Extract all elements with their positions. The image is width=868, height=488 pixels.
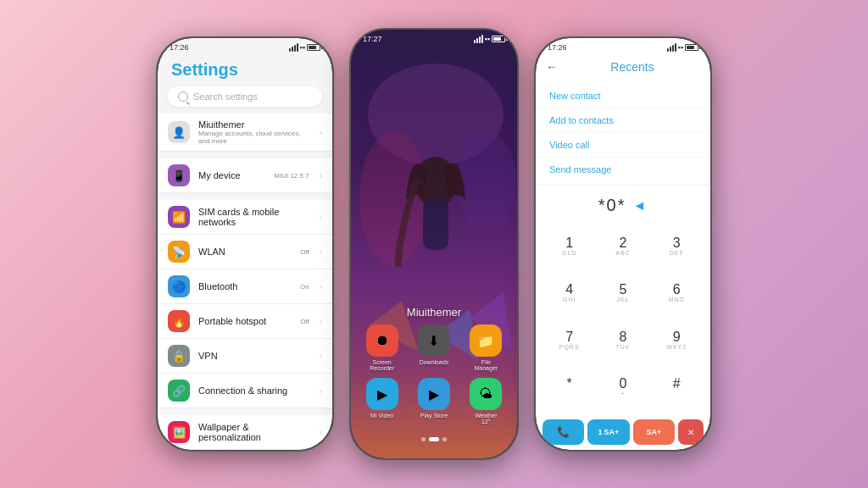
dial-sub-6: MNO <box>669 297 685 304</box>
wallpaper-name: Wallpaper & personalization <box>198 422 311 442</box>
settings-item-wallpaper[interactable]: 🖼️ Wallpaper & personalization › <box>158 415 332 450</box>
miuithemer-name: Miuithemer <box>198 119 311 130</box>
power-button[interactable] <box>349 114 350 148</box>
connection-text: Connection & sharing <box>198 385 311 396</box>
dial-sub-2: ABC <box>615 250 630 258</box>
back-button[interactable]: ← <box>546 60 558 74</box>
mydevice-name: My device <box>198 170 265 180</box>
app-play-store[interactable]: ▶ Play Store <box>411 378 456 424</box>
chevron-icon: › <box>320 386 322 396</box>
dial-num-5: 5 <box>620 283 627 297</box>
play-store-icon: ▶ <box>418 378 450 410</box>
vol-down-button[interactable] <box>711 138 712 164</box>
dial-num-3: 3 <box>673 236 681 250</box>
downloads-label: Downloads <box>420 359 449 365</box>
svg-rect-4 <box>423 199 448 250</box>
dial-key-star[interactable]: * <box>542 364 596 411</box>
dial-num-hash: # <box>673 377 681 391</box>
sa-button[interactable]: 1 SA+ <box>587 419 629 445</box>
recent-video-call[interactable]: Video call <box>536 133 710 158</box>
vol-down-button[interactable] <box>518 130 519 155</box>
power-button[interactable] <box>156 123 157 157</box>
app-mi-video[interactable]: ▶ Mi Video <box>359 378 404 424</box>
chevron-icon: › <box>320 352 322 361</box>
battery-icon <box>307 44 320 51</box>
wallpaper-icon: 🖼️ <box>168 421 190 443</box>
dial-num-2: 2 <box>620 236 627 250</box>
dial-num-1: 1 <box>565 236 573 250</box>
dial-key-hash[interactable]: # <box>650 364 704 411</box>
dial-sub-7: PQRS <box>559 344 580 352</box>
settings-item-connection[interactable]: 🔗 Connection & sharing › <box>158 374 332 408</box>
status-time: 17:26 <box>548 43 567 52</box>
dial-sub-5: JKL <box>616 297 629 304</box>
backspace-button[interactable]: ◄ <box>632 198 648 214</box>
app-grid: ⏺ ScreenRecorder ⬇ Downloads 📁 FileManag… <box>351 324 517 424</box>
vol-up-button[interactable] <box>518 97 519 123</box>
play-store-label: Play Store <box>420 413 448 419</box>
hotspot-text: Portable hotspot <box>198 316 292 326</box>
dial-sub-3: DEF <box>670 250 684 258</box>
app-screen-recorder[interactable]: ⏺ ScreenRecorder <box>359 324 404 371</box>
settings-item-wlan[interactable]: 📡 WLAN Off › <box>158 235 332 269</box>
recent-send-message[interactable]: Send message <box>536 158 710 181</box>
settings-item-vpn[interactable]: 🔒 VPN › <box>158 339 332 374</box>
mydevice-icon: 📱 <box>168 164 190 186</box>
search-bar[interactable]: Search settings <box>168 86 322 107</box>
vol-up-button[interactable] <box>333 106 334 131</box>
phone-settings: 17:26 ▪▪ Settings Search <box>156 36 334 452</box>
settings-item-hotspot[interactable]: 🔥 Portable hotspot Off › <box>158 304 332 339</box>
dial-key-3[interactable]: 3 DEF <box>650 224 704 270</box>
recent-new-contact[interactable]: New contact <box>536 84 710 108</box>
app-files[interactable]: 📁 FileManager <box>464 324 509 371</box>
power-button[interactable] <box>534 123 535 157</box>
bluetooth-icon: 🔵 <box>168 275 190 297</box>
settings-item-mydevice[interactable]: 📱 My device MIUI 12.5.7 › <box>158 158 332 193</box>
mydevice-text: My device <box>198 170 265 180</box>
app-downloads[interactable]: ⬇ Downloads <box>411 324 456 371</box>
dial-key-5[interactable]: 5 JKL <box>596 270 649 317</box>
call-button[interactable]: 📞 <box>542 419 584 445</box>
weather-label: Weather12° <box>475 413 497 424</box>
weather-icon: 🌤 <box>470 378 502 410</box>
dial-key-7[interactable]: 7 PQRS <box>542 318 596 364</box>
dial-num-7: 7 <box>565 330 573 344</box>
vol-down-button[interactable] <box>333 138 334 164</box>
delete-button[interactable]: ✕ <box>678 419 704 445</box>
page-dots <box>351 437 517 441</box>
dial-key-8[interactable]: 8 TUV <box>596 318 649 364</box>
vpn-text: VPN <box>198 351 311 361</box>
dial-key-1[interactable]: 1 GLD <box>542 224 596 270</box>
svg-point-1 <box>359 131 427 267</box>
sa-label: 1 <box>598 428 603 436</box>
dialer-number: *0* <box>598 196 626 215</box>
wlan-name: WLAN <box>198 247 292 257</box>
dial-key-6[interactable]: 6 MNO <box>650 270 704 317</box>
signal-icon <box>474 35 483 43</box>
app-weather[interactable]: 🌤 Weather12° <box>464 378 509 424</box>
settings-item-sim[interactable]: 📶 SIM cards & mobile networks › <box>158 200 332 235</box>
recent-add-contacts[interactable]: Add to contacts <box>536 108 710 133</box>
connection-icon: 🔗 <box>168 380 190 402</box>
battery-icon <box>685 44 698 51</box>
settings-item-miuithemer[interactable]: 👤 Miuithemer Manage accounts, cloud serv… <box>158 114 332 152</box>
search-placeholder: Search settings <box>193 92 258 102</box>
dial-key-4[interactable]: 4 GHI <box>542 270 596 317</box>
hotspot-icon: 🔥 <box>168 310 190 332</box>
status-time: 17:26 <box>170 43 189 52</box>
settings-item-bluetooth[interactable]: 🔵 Bluetooth On › <box>158 269 332 304</box>
phone-home: 17:27 ▪▪ <box>349 28 519 460</box>
chevron-icon: › <box>320 128 322 137</box>
chevron-icon: › <box>320 282 322 291</box>
files-label: FileManager <box>475 359 498 371</box>
saplus-button[interactable]: SA+ <box>633 419 675 445</box>
vol-up-button[interactable] <box>711 106 712 131</box>
wifi-icon: ▪▪ <box>300 43 305 52</box>
dialer-header: ← Recents <box>536 53 710 80</box>
miuithemer-sub: Manage accounts, cloud services, and mor… <box>198 130 311 145</box>
dial-key-2[interactable]: 2 ABC <box>596 224 649 270</box>
mydevice-badge: MIUI 12.5.7 <box>274 172 309 180</box>
chevron-icon: › <box>320 317 322 326</box>
dial-key-0[interactable]: 0 + <box>596 364 649 411</box>
dial-key-9[interactable]: 9 WXYZ <box>650 318 704 364</box>
